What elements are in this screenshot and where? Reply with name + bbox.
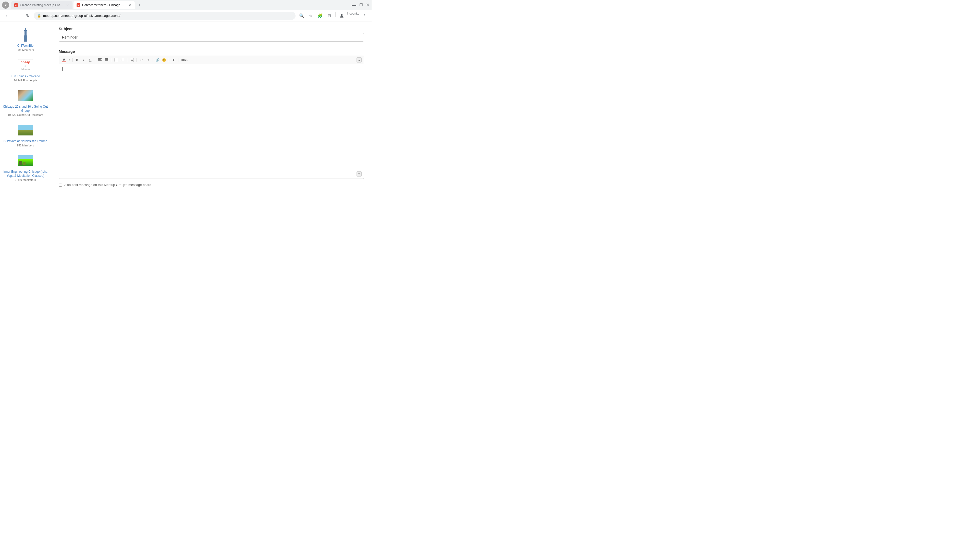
main-content: Subject Message A ▾ B I U (51, 21, 372, 208)
search-icon[interactable]: 🔍 (298, 12, 306, 20)
insert-link-button[interactable]: 🔗 (154, 57, 161, 63)
profile-icon[interactable]: ▾ (2, 2, 9, 9)
tab2-favicon: M (76, 3, 80, 7)
svg-rect-8 (98, 59, 100, 60)
svg-rect-12 (105, 60, 108, 61)
insert-image-button[interactable]: 🖼 (129, 57, 135, 63)
tab1-favicon: M (14, 3, 18, 7)
forward-button[interactable]: → (13, 12, 21, 20)
toolbar-sep-6 (153, 58, 153, 62)
sidebar: ChiTownBio 581 Members cheap ✓ hot group… (0, 21, 51, 208)
tower-icon (21, 28, 30, 42)
undo-button[interactable]: ↩ (138, 57, 145, 63)
close-button[interactable]: ✕ (366, 2, 369, 8)
toolbar-scroll-up[interactable]: ▲ (356, 57, 362, 62)
group-item-inner-engineering[interactable]: Inner Engineering Chicago (Isha Yoga & M… (0, 150, 51, 184)
profile-chevron: ▾ (5, 3, 6, 7)
font-color-button[interactable]: A (61, 57, 67, 63)
svg-text:2.: 2. (121, 59, 121, 61)
group-item-survivors[interactable]: Survivors of Narcissistic Trauma 952 Mem… (0, 119, 51, 150)
url-text: meetup.com/meetup-group-ulfhsivo/message… (43, 14, 292, 17)
group-logo-2030s (18, 88, 33, 103)
subject-label: Subject (59, 27, 364, 31)
cheap-logo: cheap ✓ hot group (18, 59, 33, 71)
group-name-inner-engineering: Inner Engineering Chicago (Isha Yoga & M… (2, 170, 49, 178)
nav-separator (335, 12, 336, 17)
underline-button[interactable]: U (87, 57, 94, 63)
bold-button[interactable]: B (74, 57, 80, 63)
browser-frame: ▾ M Chicago Painting Meetup Grou... ✕ M … (0, 0, 372, 208)
hot-group-label: hot group (19, 68, 32, 70)
editor-scroll-btn[interactable]: ▼ (356, 171, 362, 176)
toolbar-sep-5 (137, 58, 137, 62)
align-center-icon (105, 59, 108, 62)
toolbar-sep-1 (72, 58, 73, 62)
numbered-list-button[interactable]: 1. 2. (119, 57, 126, 63)
toolbar-sep-7 (169, 58, 169, 62)
editor-scroll-down[interactable]: ▼ (356, 171, 362, 176)
emoji-button[interactable]: 😊 (161, 57, 167, 63)
redo-button[interactable]: ↪ (145, 57, 151, 63)
cheap-text: cheap (21, 60, 30, 64)
group-logo-funthings: cheap ✓ hot group (18, 58, 33, 73)
subject-section: Subject (59, 27, 364, 47)
toolbar-scroll-btn[interactable]: ▲ (356, 57, 362, 62)
people-image (18, 90, 33, 101)
message-label: Message (59, 49, 364, 54)
svg-rect-1 (339, 13, 344, 18)
page-content: ChiTownBio 581 Members cheap ✓ hot group… (0, 21, 372, 208)
group-name-2030s: Chicago 20's and 30's Going Out Group (2, 105, 49, 113)
dropdown-arrow-button[interactable]: ▾ (68, 57, 71, 63)
new-tab-button[interactable]: + (136, 2, 143, 9)
svg-point-15 (115, 60, 115, 60)
field-image (18, 125, 33, 135)
also-post-checkbox[interactable] (59, 183, 62, 187)
svg-rect-16 (115, 60, 118, 60)
bullet-list-button[interactable] (113, 57, 119, 63)
bookmark-icon[interactable]: ☆ (307, 12, 315, 20)
address-bar[interactable]: 🔒 meetup.com/meetup-group-ulfhsivo/messa… (34, 12, 296, 20)
group-item-2030s[interactable]: Chicago 20's and 30's Going Out Group 10… (0, 85, 51, 119)
refresh-button[interactable]: ↻ (24, 12, 32, 20)
toolbar-sep-4 (127, 58, 127, 62)
tab-2[interactable]: M Contact members - Chicago Pa... ✕ (73, 1, 135, 9)
sidebar-toggle[interactable]: ⊡ (325, 12, 333, 20)
svg-rect-14 (115, 59, 118, 59)
align-left-button[interactable] (97, 57, 103, 63)
svg-rect-11 (105, 59, 108, 60)
subject-input[interactable] (59, 33, 364, 41)
also-post-section: Also post message on this Meetup Group's… (59, 183, 364, 187)
html-button[interactable]: HTML (180, 57, 189, 63)
svg-rect-5 (24, 35, 27, 37)
tab-1[interactable]: M Chicago Painting Meetup Grou... ✕ (11, 1, 73, 9)
svg-rect-2 (25, 28, 26, 30)
tab2-close[interactable]: ✕ (127, 3, 132, 7)
svg-rect-7 (98, 59, 102, 59)
extensions-icon[interactable]: 🧩 (316, 12, 324, 20)
group-name-chitownbio: ChiTownBio (18, 44, 33, 48)
group-logo-chitownbio (18, 27, 33, 42)
svg-rect-18 (115, 61, 118, 61)
svg-rect-6 (24, 37, 27, 41)
message-toolbar: A ▾ B I U (59, 56, 364, 64)
group-logo-inner-engineering (18, 153, 33, 168)
svg-rect-20 (122, 59, 124, 59)
menu-button[interactable]: ⋮ (360, 12, 369, 20)
also-post-label: Also post message on this Meetup Group's… (64, 183, 151, 187)
svg-point-13 (115, 59, 115, 59)
color-underline (62, 62, 66, 62)
bullet-list-icon (114, 59, 118, 62)
minimize-button[interactable]: — (352, 3, 356, 8)
tab1-title: Chicago Painting Meetup Grou... (20, 3, 63, 7)
nav-bar: ← → ↻ 🔒 meetup.com/meetup-group-ulfhsivo… (0, 10, 372, 21)
maximize-button[interactable]: ❐ (360, 3, 363, 7)
svg-point-17 (115, 61, 115, 62)
tab1-close[interactable]: ✕ (65, 3, 69, 7)
group-item-chitownbio[interactable]: ChiTownBio 581 Members (0, 24, 51, 55)
italic-button[interactable]: I (81, 57, 87, 63)
align-center-button[interactable] (103, 57, 110, 63)
group-item-funthings[interactable]: cheap ✓ hot group Fun Things - Chicago 1… (0, 55, 51, 85)
more-button[interactable]: ▾ (170, 57, 177, 63)
back-button[interactable]: ← (3, 12, 11, 20)
message-editor[interactable]: ▼ (59, 64, 364, 179)
